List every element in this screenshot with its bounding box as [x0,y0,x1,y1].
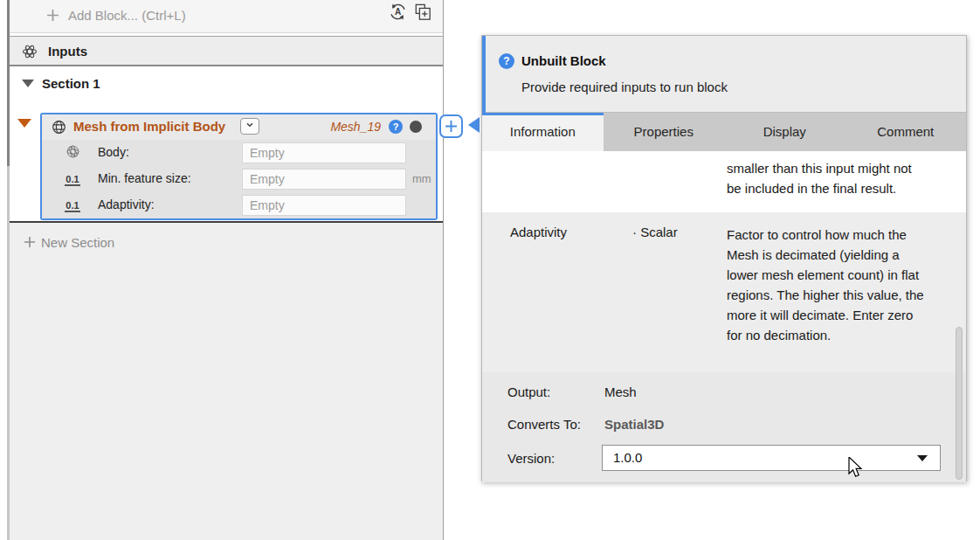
section-label: Section 1 [42,76,100,91]
svg-text:A: A [395,7,401,17]
banner-title: Unbuilt Block [521,53,606,68]
block-help-icon[interactable]: ? [389,120,403,134]
banner-subtitle: Provide required inputs to run block [521,80,728,94]
adaptivity-field-label: Adaptivity: [98,197,155,211]
mesh-from-implicit-body-block[interactable]: Mesh from Implicit Body Mesh_19 ? [40,113,438,220]
min-feature-size-input[interactable]: Empty [242,169,406,190]
body-field-label: Body: [98,145,129,159]
tab-properties[interactable]: Properties [604,113,725,151]
new-section-button[interactable]: New Section [41,235,114,250]
input-description-cell: Factor to control how much the Mesh is d… [727,225,924,345]
scalar-icon: 0.1 [61,197,84,212]
field-row-adaptivity: 0.1 Adaptivity: Empty [42,192,436,218]
block-status-icon [410,121,422,133]
notebook-empty-area: New Section [10,223,443,540]
block-collapse-caret-icon[interactable] [17,119,31,128]
info-table-row: Adaptivity · Scalar Factor to control ho… [482,212,966,372]
block-header[interactable]: Mesh from Implicit Body Mesh_19 ? [42,114,436,140]
version-value: 1.0.0 [613,450,642,465]
scalar-icon: 0.1 [61,170,84,186]
input-name-cell: Adaptivity [510,225,624,239]
mesh-globe-icon [52,120,66,138]
notebook-panel: Add Block... (Ctrl+L) A [10,0,444,540]
tab-comment[interactable]: Comment [845,113,967,151]
block-variant-dropdown[interactable] [240,118,259,135]
body-field-input[interactable]: Empty [242,142,406,163]
panel-pointer-arrow-icon [468,117,480,133]
min-feature-size-label: Min. feature size: [98,171,191,185]
add-block-label: Add Block... (Ctrl+L) [68,8,186,23]
output-label: Output: [507,384,550,399]
plus-icon [46,9,59,25]
output-value: Mesh [604,384,637,399]
field-row-min-feature-size: 0.1 Min. feature size: Empty mm [42,166,436,192]
chevron-down-icon [917,455,928,461]
implicit-body-icon [61,144,84,163]
banner-help-icon: ? [499,53,514,69]
unbuilt-block-banner: ? Unbuilt Block Provide required inputs … [482,36,966,113]
info-card-footer: Output: Mesh Converts To: Spatial3D Vers… [482,372,966,482]
inputs-label: Inputs [48,44,87,59]
plus-icon [24,236,36,252]
tab-information[interactable]: Information [482,113,604,151]
field-row-body: Body: Empty [42,140,436,166]
input-description-cell: smaller than this input might not be inc… [727,158,924,198]
block-title: Mesh from Implicit Body [73,119,225,134]
inputs-atom-icon [22,44,38,63]
block-info-card: ? Unbuilt Block Provide required inputs … [481,35,967,481]
block-instance-name: Mesh_19 [330,120,381,134]
section-row[interactable]: Section 1 [10,68,443,103]
tab-display[interactable]: Display [724,113,845,151]
insert-block-button[interactable] [439,114,463,138]
adaptivity-field-input[interactable]: Empty [242,195,406,216]
version-dropdown[interactable]: 1.0.0 [602,445,941,471]
min-feature-size-unit: mm [412,172,431,185]
info-card-tabs: Information Properties Display Comment [482,113,966,151]
info-card-scrollbar-thumb[interactable] [956,327,963,480]
add-notebook-icon[interactable] [414,3,431,24]
converts-to-label: Converts To: [507,417,581,432]
input-type-cell: · Scalar [632,225,720,239]
section-collapse-caret-icon[interactable] [22,80,34,87]
add-block-bar[interactable]: Add Block... (Ctrl+L) A [10,0,443,33]
app-window: Add Block... (Ctrl+L) A [0,0,980,540]
auto-build-icon[interactable]: A [389,3,407,24]
info-table-row: smaller than this input might not be inc… [482,151,966,212]
converts-to-value: Spatial3D [604,417,664,432]
version-label: Version: [507,451,555,466]
banner-accent-bar [482,36,486,113]
mouse-cursor [848,457,867,481]
inputs-header[interactable]: Inputs [10,36,443,66]
